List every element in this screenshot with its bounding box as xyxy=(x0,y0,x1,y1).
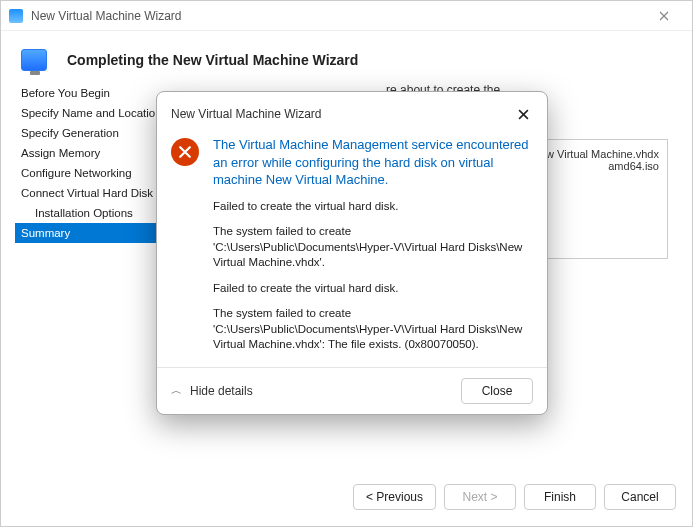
sidebar-item-assign-memory[interactable]: Assign Memory xyxy=(15,143,173,163)
dialog-footer: ︿ Hide details Close xyxy=(157,367,547,414)
cancel-button[interactable]: Cancel xyxy=(604,484,676,510)
dialog-close-button[interactable] xyxy=(511,102,535,126)
detail-line: Failed to create the virtual hard disk. xyxy=(213,199,529,215)
dialog-body: The Virtual Machine Management service e… xyxy=(157,130,547,189)
wizard-icon xyxy=(21,49,47,71)
app-icon xyxy=(9,9,23,23)
finish-button[interactable]: Finish xyxy=(524,484,596,510)
toggle-details-label: Hide details xyxy=(190,384,253,398)
wizard-sidebar: Before You Begin Specify Name and Locati… xyxy=(15,83,173,463)
window-title: New Virtual Machine Wizard xyxy=(31,9,182,23)
wizard-header: Completing the New Virtual Machine Wizar… xyxy=(1,31,692,83)
detail-line: The system failed to create 'C:\Users\Pu… xyxy=(213,306,529,353)
previous-button[interactable]: < Previous xyxy=(353,484,436,510)
sidebar-item-summary[interactable]: Summary xyxy=(15,223,173,243)
wizard-window: New Virtual Machine Wizard Completing th… xyxy=(0,0,693,527)
error-icon xyxy=(171,138,199,166)
dialog-details: Failed to create the virtual hard disk. … xyxy=(157,189,547,367)
sidebar-item-specify-name[interactable]: Specify Name and Location xyxy=(15,103,173,123)
titlebar: New Virtual Machine Wizard xyxy=(1,1,692,31)
next-button: Next > xyxy=(444,484,516,510)
detail-line: Failed to create the virtual hard disk. xyxy=(213,281,529,297)
sidebar-item-installation-options[interactable]: Installation Options xyxy=(15,203,173,223)
page-title: Completing the New Virtual Machine Wizar… xyxy=(67,52,358,68)
error-dialog: New Virtual Machine Wizard The Virtual M… xyxy=(156,91,548,415)
dialog-titlebar: New Virtual Machine Wizard xyxy=(157,92,547,130)
toggle-details-button[interactable]: ︿ Hide details xyxy=(171,383,253,398)
dialog-title: New Virtual Machine Wizard xyxy=(171,107,322,121)
dialog-message: The Virtual Machine Management service e… xyxy=(213,136,529,189)
detail-line: The system failed to create 'C:\Users\Pu… xyxy=(213,224,529,271)
sidebar-item-specify-generation[interactable]: Specify Generation xyxy=(15,123,173,143)
chevron-up-icon: ︿ xyxy=(171,383,182,398)
wizard-footer: < Previous Next > Finish Cancel xyxy=(353,484,676,510)
sidebar-item-configure-networking[interactable]: Configure Networking xyxy=(15,163,173,183)
sidebar-item-before-you-begin[interactable]: Before You Begin xyxy=(15,83,173,103)
dialog-close-action-button[interactable]: Close xyxy=(461,378,533,404)
sidebar-item-connect-vhd[interactable]: Connect Virtual Hard Disk xyxy=(15,183,173,203)
window-close-button[interactable] xyxy=(644,1,684,31)
